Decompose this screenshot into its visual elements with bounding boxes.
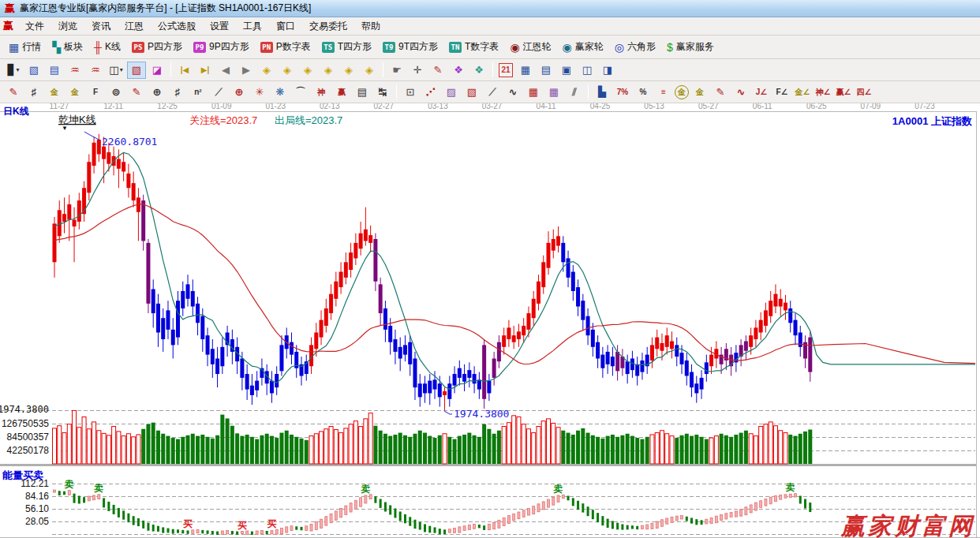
notes-icon[interactable]: ▤ bbox=[537, 62, 555, 79]
device-icon[interactable]: ◨ bbox=[598, 62, 617, 79]
diamond-expand-icon[interactable]: ◈ bbox=[298, 62, 317, 79]
percent7-icon[interactable]: 7% bbox=[613, 84, 632, 101]
draw-pencil2-icon[interactable]: ✎ bbox=[127, 84, 146, 101]
shen-tool-icon[interactable]: 神 bbox=[312, 84, 331, 101]
menu-item-4[interactable]: 公式选股 bbox=[151, 17, 203, 35]
toolbar-button-T数字表[interactable]: TNT数字表 bbox=[443, 38, 504, 57]
span-icon[interactable]: ↹ bbox=[373, 84, 392, 101]
arc-icon[interactable]: ⌒ bbox=[291, 84, 310, 101]
kline-mode-label[interactable]: 乾坤K线 bbox=[58, 114, 96, 125]
save-icon[interactable]: ▣ bbox=[557, 62, 576, 79]
diamond-all-icon[interactable]: ◈ bbox=[360, 62, 379, 79]
parallel-icon[interactable]: ⫽ bbox=[565, 84, 584, 101]
angle-icon[interactable]: ⟋ bbox=[209, 84, 228, 101]
toolbar-button-P四方形[interactable]: PSP四方形 bbox=[126, 38, 188, 57]
ma9-icon[interactable]: ♒ bbox=[86, 62, 105, 79]
indicator-title[interactable]: 能量买卖 bbox=[2, 469, 43, 481]
candle-style-dropdown[interactable]: ◫▾ bbox=[107, 62, 125, 79]
menu-item-2[interactable]: 资讯 bbox=[84, 17, 118, 35]
volume-bar-down bbox=[393, 435, 397, 464]
toolbar-button-赢家服务[interactable]: $赢家服务 bbox=[661, 38, 720, 57]
f-angle-icon[interactable]: F∠ bbox=[772, 84, 791, 101]
ying-tool-icon[interactable]: 赢 bbox=[332, 84, 351, 101]
color-chart-icon[interactable]: ◪ bbox=[148, 62, 166, 79]
toolbar-button-六角形[interactable]: ◎六角形 bbox=[609, 38, 661, 57]
percent-icon[interactable]: % bbox=[634, 84, 653, 101]
toolbar-button-P数字表[interactable]: PNP数字表 bbox=[255, 38, 316, 57]
spiral-icon[interactable]: ⊚ bbox=[107, 84, 125, 101]
next-icon[interactable]: ▶ bbox=[237, 62, 256, 79]
calendar-icon[interactable]: 21 bbox=[499, 63, 513, 77]
ma3-icon[interactable]: ♒ bbox=[65, 62, 84, 79]
network-icon[interactable]: ◫ bbox=[578, 62, 597, 79]
menu-item-5[interactable]: 设置 bbox=[203, 17, 236, 35]
menu-item-6[interactable]: 工具 bbox=[236, 17, 269, 35]
draw-pencil-icon[interactable]: ✎ bbox=[4, 84, 23, 101]
chart-canvas[interactable]: 11-2712-1112-2501-0901-2302-1302-2703-13… bbox=[0, 103, 980, 538]
si-angle-icon[interactable]: 四∠ bbox=[855, 84, 873, 101]
bar-grid-icon[interactable]: ♯ bbox=[168, 84, 187, 101]
mode-dropdown-arrow-icon[interactable]: ▼ bbox=[62, 125, 68, 132]
brain-teal-icon[interactable]: ❖ bbox=[469, 62, 488, 79]
prev-icon[interactable]: ◀ bbox=[216, 62, 235, 79]
ruler-icon[interactable]: ▤ bbox=[353, 84, 372, 101]
web-blue-icon[interactable]: ❋ bbox=[271, 84, 290, 101]
matrix-purple-icon[interactable]: ▦ bbox=[544, 84, 563, 101]
ying-angle-icon[interactable]: 赢∠ bbox=[834, 84, 853, 101]
grid-red-icon[interactable]: ▧ bbox=[462, 84, 481, 101]
diamond-center-icon[interactable]: ◈ bbox=[319, 62, 338, 79]
toolbar-button-9T四方形[interactable]: T99T四方形 bbox=[377, 38, 443, 57]
trend-line-icon[interactable]: ⟋ bbox=[483, 84, 502, 101]
toolbar-button-行情[interactable]: ▦行情 bbox=[3, 38, 47, 57]
box-tool-icon[interactable]: ⊡ bbox=[401, 84, 420, 101]
grid-purple-icon[interactable]: ▨ bbox=[442, 84, 461, 101]
toolbar-button-T四方形[interactable]: TST四方形 bbox=[316, 38, 377, 57]
calculator-icon[interactable]: ▦ bbox=[516, 62, 535, 79]
web-icon[interactable]: ✳ bbox=[250, 84, 269, 101]
toolbar-button-赢家轮[interactable]: ◉赢家轮 bbox=[557, 38, 609, 57]
circle-grid-icon[interactable]: ⊕ bbox=[148, 84, 166, 101]
matrix-red-icon[interactable]: ▦ bbox=[524, 84, 543, 101]
mark-pencil-icon[interactable]: ✎ bbox=[428, 62, 447, 79]
brain-purple-icon[interactable]: ❖ bbox=[449, 62, 468, 79]
wave-gold-icon[interactable]: ∿ bbox=[731, 84, 750, 101]
pan-hand-icon[interactable]: ☛ bbox=[387, 62, 406, 79]
fan-lines-icon[interactable]: ⋰ bbox=[421, 84, 440, 101]
toolbar-button-江恩轮[interactable]: ◉江恩轮 bbox=[504, 38, 556, 57]
diamond-left-icon[interactable]: ◈ bbox=[257, 62, 276, 79]
toolbar-button-板块[interactable]: ▚板块 bbox=[47, 38, 88, 57]
fibo-icon[interactable]: F bbox=[86, 84, 105, 101]
first-page-icon[interactable]: |◀ bbox=[175, 62, 194, 79]
grid-lines-icon[interactable]: ♯ bbox=[24, 84, 43, 101]
target-icon[interactable]: ⊕ bbox=[230, 84, 249, 101]
menu-item-1[interactable]: 浏览 bbox=[51, 17, 84, 35]
gold-level-icon[interactable]: 金 bbox=[690, 84, 709, 101]
menu-item-3[interactable]: 江恩 bbox=[118, 17, 151, 35]
last-page-icon[interactable]: ▶| bbox=[196, 62, 215, 79]
pencil3-icon[interactable]: ✎ bbox=[711, 84, 730, 101]
gold-grid-icon[interactable]: 金 bbox=[45, 84, 64, 101]
menu-item-9[interactable]: 帮助 bbox=[354, 17, 387, 35]
gold-angle-icon[interactable]: 金∠ bbox=[793, 84, 812, 101]
n2-icon[interactable]: n² bbox=[189, 84, 208, 101]
menu-item-8[interactable]: 交易委托 bbox=[302, 17, 354, 35]
shen-angle-icon[interactable]: 神∠ bbox=[814, 84, 832, 101]
wave-icon[interactable]: ∿ bbox=[503, 84, 522, 101]
active-chart-icon[interactable]: ▧ bbox=[127, 62, 146, 79]
window-layout-icon[interactable]: ▧ bbox=[24, 62, 43, 79]
period-label[interactable]: 日K线 bbox=[3, 106, 29, 117]
diamond-star-icon[interactable]: ◈ bbox=[339, 62, 358, 79]
quote-list-icon[interactable]: ▤ bbox=[45, 62, 64, 79]
toolbar-button-9P四方形[interactable]: P99P四方形 bbox=[188, 38, 255, 57]
diamond-right-icon[interactable]: ◈ bbox=[278, 62, 297, 79]
menu-item-0[interactable]: 文件 bbox=[18, 17, 51, 35]
scale-icon[interactable]: ▙ bbox=[593, 84, 612, 101]
toolbar-button-K线[interactable]: ╫K线 bbox=[88, 38, 126, 57]
levels-icon[interactable]: ≡ bbox=[654, 84, 673, 101]
gold-circle-icon[interactable]: 金 bbox=[675, 85, 689, 99]
crosshair-icon[interactable]: ✛ bbox=[408, 62, 427, 79]
j-angle-icon[interactable]: J∠ bbox=[752, 84, 771, 101]
chart-type-dropdown[interactable]: ▊▾ bbox=[4, 62, 23, 79]
gold-grid2-icon[interactable]: 金 bbox=[65, 84, 84, 101]
menu-item-7[interactable]: 窗口 bbox=[269, 17, 302, 35]
